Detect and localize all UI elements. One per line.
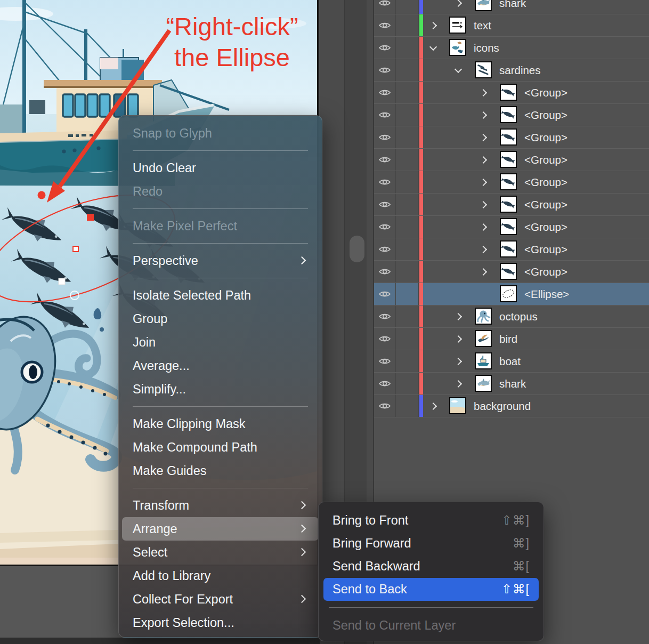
expand-chevron-icon[interactable] (431, 403, 436, 409)
layer-row-group[interactable]: <Group> (374, 171, 649, 194)
layer-row-text[interactable]: text (374, 14, 649, 37)
visibility-toggle[interactable] (378, 111, 391, 119)
menu-item-perspective[interactable]: Perspective (122, 249, 319, 272)
column-divider (395, 0, 396, 14)
visibility-toggle[interactable] (378, 66, 391, 74)
menu-item-average[interactable]: Average... (122, 354, 319, 377)
menu-item-transform[interactable]: Transform (122, 494, 319, 517)
panel-resize-handle[interactable] (350, 236, 364, 262)
visibility-toggle[interactable] (378, 268, 391, 276)
visibility-toggle[interactable] (378, 335, 391, 343)
menu-item-group[interactable]: Group (122, 307, 319, 331)
visibility-toggle[interactable] (378, 178, 391, 186)
expand-chevron-icon[interactable] (481, 134, 486, 140)
expand-chevron-icon[interactable] (456, 0, 461, 6)
visibility-toggle[interactable] (378, 357, 391, 365)
menu-item-export-selection[interactable]: Export Selection... (122, 611, 319, 634)
layer-color-bar-red (419, 104, 423, 126)
keyboard-shortcut: ⇧⌘[ (501, 578, 530, 601)
layer-row-group[interactable]: <Group> (374, 216, 649, 238)
visibility-toggle[interactable] (378, 0, 391, 7)
menu-item-collect-for-export[interactable]: Collect For Export (122, 587, 319, 611)
visibility-toggle[interactable] (378, 156, 391, 164)
layer-row-icons[interactable]: icons (374, 37, 649, 59)
menu-item-add-to-library[interactable]: Add to Library (122, 564, 319, 587)
menu-item-make-compound-path[interactable]: Make Compound Path (122, 436, 319, 459)
collapse-chevron-icon[interactable] (456, 67, 461, 73)
submenu-item-bring-forward[interactable]: Bring Forward⌘] (323, 532, 539, 555)
expand-chevron-icon[interactable] (481, 202, 486, 207)
menu-item-label: Add to Library (133, 569, 210, 583)
layer-row-shark[interactable]: shark (374, 373, 649, 395)
submenu-item-send-backward[interactable]: Send Backward⌘[ (323, 555, 539, 578)
visibility-toggle[interactable] (378, 402, 391, 410)
visibility-toggle[interactable] (378, 88, 391, 96)
layer-row-sardines[interactable]: sardines (374, 59, 649, 82)
expand-chevron-icon[interactable] (481, 112, 486, 118)
layer-row-octopus[interactable]: octopus (374, 305, 649, 328)
menu-item-make-clipping-mask[interactable]: Make Clipping Mask (122, 412, 319, 436)
menu-item-arrange[interactable]: Arrange (122, 517, 319, 541)
expand-chevron-icon[interactable] (456, 313, 461, 319)
visibility-toggle[interactable] (378, 380, 391, 388)
layer-row-group[interactable]: <Group> (374, 238, 649, 261)
menu-item-isolate-selected-path[interactable]: Isolate Selected Path (122, 284, 319, 307)
collapse-chevron-icon[interactable] (431, 45, 436, 51)
column-divider (395, 37, 396, 59)
visibility-toggle[interactable] (378, 312, 391, 320)
layer-color-bar-red (419, 82, 423, 103)
layer-thumbnail (475, 330, 492, 347)
visibility-toggle[interactable] (378, 133, 391, 141)
submenu-item-send-to-back[interactable]: Send to Back⇧⌘[ (323, 578, 539, 601)
layer-label: bird (499, 328, 517, 350)
layer-row-group[interactable]: <Group> (374, 82, 649, 104)
menu-item-make-pixel-perfect: Make Pixel Perfect (122, 214, 319, 238)
expand-chevron-icon[interactable] (481, 269, 486, 275)
visibility-toggle[interactable] (378, 245, 391, 253)
expand-chevron-icon[interactable] (481, 179, 486, 185)
menu-item-undo-clear[interactable]: Undo Clear (122, 156, 319, 180)
expand-chevron-icon[interactable] (481, 90, 486, 95)
menu-separator (133, 150, 308, 151)
menu-item-join[interactable]: Join (122, 331, 319, 354)
submenu-item-bring-to-front[interactable]: Bring to Front⇧⌘] (323, 509, 539, 532)
layer-row-bird[interactable]: bird (374, 328, 649, 350)
layer-row-group[interactable]: <Group> (374, 104, 649, 126)
fish-thumbnail-icon (501, 107, 516, 122)
layer-row-group[interactable]: <Group> (374, 261, 649, 283)
menu-separator (133, 406, 308, 407)
visibility-toggle[interactable] (378, 200, 391, 208)
visibility-eye-icon (378, 268, 391, 276)
layer-row-ellipse[interactable]: <Ellipse> (374, 283, 649, 305)
visibility-eye-icon (378, 44, 391, 52)
ellipse-thumbnail-icon (501, 286, 516, 301)
expand-chevron-icon[interactable] (456, 381, 461, 387)
layer-label: icons (474, 37, 499, 59)
layer-row-group[interactable]: <Group> (374, 194, 649, 216)
fish-thumbnail-icon (501, 241, 516, 256)
column-divider (418, 126, 419, 148)
layer-thumbnail (500, 218, 517, 235)
expand-chevron-icon[interactable] (481, 224, 486, 230)
menu-item-make-guides[interactable]: Make Guides (122, 459, 319, 482)
layer-row-group[interactable]: <Group> (374, 126, 649, 149)
layer-row-boat[interactable]: boat (374, 350, 649, 373)
expand-chevron-icon[interactable] (456, 336, 461, 342)
bird-thumbnail-icon (476, 331, 491, 346)
expand-chevron-icon[interactable] (481, 246, 486, 252)
visibility-eye-icon (378, 21, 391, 29)
expand-chevron-icon[interactable] (456, 358, 461, 364)
layer-row-group[interactable]: <Group> (374, 149, 649, 171)
visibility-toggle[interactable] (378, 223, 391, 231)
menu-item-select[interactable]: Select (122, 541, 319, 564)
layer-thumbnail (475, 352, 492, 369)
menu-separator (133, 243, 308, 244)
layer-row-shark[interactable]: shark (374, 0, 649, 14)
visibility-toggle[interactable] (378, 290, 391, 298)
menu-item-simplify[interactable]: Simplify... (122, 377, 319, 401)
visibility-toggle[interactable] (378, 44, 391, 52)
expand-chevron-icon[interactable] (431, 22, 436, 28)
layer-row-background[interactable]: background (374, 395, 649, 417)
expand-chevron-icon[interactable] (481, 157, 486, 163)
visibility-toggle[interactable] (378, 21, 391, 29)
